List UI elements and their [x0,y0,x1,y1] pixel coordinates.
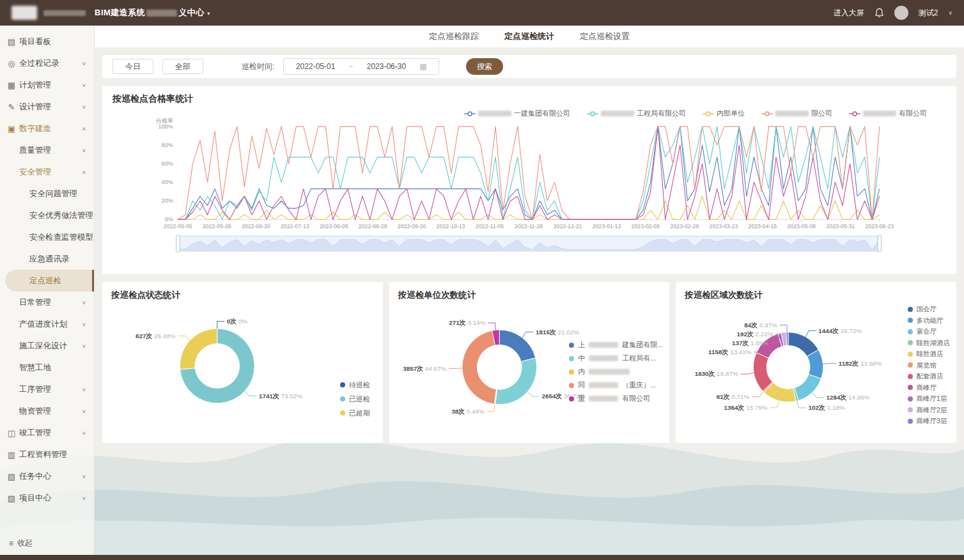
avatar[interactable] [894,6,908,20]
sidebar-item-5[interactable]: 质量管理∨ [0,139,94,161]
sidebar-item-18[interactable]: ◫竣工管理∨ [0,422,94,444]
enter-big-screen-link[interactable]: 进入大屏 [834,8,864,19]
sidebar-item-0[interactable]: ▤项目看板 [0,31,94,52]
date-start-value[interactable]: 2022-05-01 [296,62,335,71]
line-legend-item-4[interactable]: 有限公司 [849,109,927,118]
line-legend-item-2[interactable]: 内部单位 [703,109,745,118]
sidebar-collapse-button[interactable]: ≡ 收起 [9,538,33,548]
donut-legend-item-1[interactable]: 已巡检 [340,392,370,406]
donut-legend-item-8[interactable]: 商峰厅1层 [908,393,951,405]
tab-0[interactable]: 定点巡检跟踪 [428,31,480,42]
datazoom-handle-right[interactable] [878,235,882,252]
plan-icon: ▦ [6,81,17,90]
sidebar-item-12[interactable]: 日常管理∨ [0,292,94,313]
line-legend-marker-icon [703,111,714,117]
donut-slice-2[interactable] [180,329,217,369]
donut-legend-item-7[interactable]: 商峰厅 [908,382,951,394]
donut-slice-2[interactable] [795,375,821,401]
sidebar-item-13[interactable]: 产值进度计划∨ [0,313,94,335]
sidebar-item-3[interactable]: ✎设计管理∨ [0,96,94,118]
sidebar-item-10[interactable]: 应急通讯录 [0,248,94,270]
datazoom-handle-left[interactable] [176,235,180,252]
donut-legend-item-1[interactable]: 多功能厅 [908,315,951,327]
date-range-picker[interactable]: 2022-05-01 ~ 2023-06-30 ▦ [283,58,439,75]
redacted-slogan [43,10,86,16]
redacted-text [589,342,618,348]
sidebar-item-16[interactable]: 工序管理∨ [0,378,94,400]
line-legend-item-1[interactable]: 工程局有限公司 [587,109,686,118]
pass-rate-line-chart[interactable]: 合格率0%20%40%60%80%100%2022-05-052022-05-2… [113,118,946,267]
sidebar-item-14[interactable]: 施工深化设计∨ [0,335,94,357]
sidebar-item-label: 定点巡检 [29,276,61,286]
all-button[interactable]: 全部 [162,59,203,74]
legend-label: （重庆）... [622,378,656,392]
donut-legend-item-4[interactable]: 重有限公司 [569,392,663,405]
svg-text:2023-04-15: 2023-04-15 [749,223,777,229]
line-legend-marker-icon [464,111,476,117]
units-donut-card: 按巡检单位次数统计 1815次 21.02%2654次 30.73%38次 0.… [389,282,670,443]
donut-legend-item-0[interactable]: 上建集团有限... [569,338,663,352]
donut-label-line [527,392,539,396]
donut-legend-item-2[interactable]: 宴会厅 [908,326,951,338]
donut-legend-item-0[interactable]: 待巡检 [340,378,370,392]
sidebar-item-21[interactable]: ▨项目中心∨ [0,487,94,509]
donut-legend-item-0[interactable]: 国会厅 [908,304,951,315]
units-donut-legend: 上建集团有限...中工程局有...内同（重庆）...重有限公司 [569,338,663,405]
donut-label-line [806,331,816,337]
sidebar-item-11[interactable]: 定点巡检 [5,270,94,292]
sidebar-item-6[interactable]: 安全管理∧ [0,161,94,183]
status-donut-chart[interactable]: 0次 0%1741次 73.52%627次 26.48% [111,301,374,429]
today-button[interactable]: 今日 [113,59,153,74]
sidebar-item-20[interactable]: ▧任务中心∨ [0,465,94,487]
tab-2[interactable]: 定点巡检设置 [579,31,631,42]
sidebar-item-7[interactable]: 安全问题管理 [0,183,94,205]
sidebar-item-label: 工程资料管理 [19,449,67,460]
bell-icon[interactable] [875,8,884,18]
donut-legend-item-2[interactable]: 内 [569,365,663,378]
donut-slice-3[interactable] [462,331,497,404]
svg-text:2023-06-23: 2023-06-23 [865,223,894,229]
svg-text:100%: 100% [159,123,174,130]
sidebar-item-15[interactable]: 智慧工地 [0,357,94,378]
sidebar-item-9[interactable]: 安全检查监管模型 [0,226,94,248]
line-legend-item-3[interactable]: 限公司 [761,109,832,118]
donut-legend-item-10[interactable]: 商峰厅3层 [908,416,951,427]
sidebar-item-2[interactable]: ▦计划管理∨ [0,74,94,96]
donut-legend-item-2[interactable]: 已超期 [340,406,370,420]
line-legend-marker-icon [587,111,598,117]
chevron-up-icon: ∧ [82,126,86,132]
sidebar-item-19[interactable]: ▥工程资料管理 [0,444,94,465]
date-end-value[interactable]: 2023-06-30 [367,62,406,71]
donut-slice-1[interactable] [495,358,536,405]
sidebar-item-label: 产值进度计划 [19,319,67,330]
tab-1[interactable]: 定点巡检统计 [503,31,556,42]
donut-legend-item-3[interactable]: 颐胜湖酒店 [908,338,951,349]
legend-dot-icon [569,343,574,348]
donut-legend-item-1[interactable]: 中工程局有... [569,352,663,365]
datazoom-slider[interactable] [176,235,882,252]
sidebar-item-1[interactable]: ◎全过程记录∨ [0,52,94,74]
legend-dot-icon [908,407,913,412]
legend-label: 多功能厅 [917,315,944,327]
sidebar-item-4[interactable]: ▣数字建造∧ [0,118,94,139]
user-menu-chevron-icon[interactable]: ∨ [948,10,952,16]
donut-legend-item-9[interactable]: 商峰厅2层 [908,405,951,416]
line-legend-item-0[interactable]: 一建集团有限公司 [464,109,570,118]
chevron-down-icon: ∨ [82,82,86,88]
donut-legend-item-4[interactable]: 颐胜酒店 [908,348,951,360]
search-button[interactable]: 搜索 [466,58,503,75]
svg-text:80%: 80% [162,142,173,148]
sidebar-item-17[interactable]: 物资管理∨ [0,400,94,422]
donut-label: 1741次 73.52% [259,393,302,400]
svg-text:2023-01-13: 2023-01-13 [593,223,621,229]
donut-legend-item-5[interactable]: 展览馆 [908,360,951,371]
donut-legend-item-6[interactable]: 配套酒店 [908,371,951,382]
app-title[interactable]: BIM建造系统义中心 ▾ [95,7,210,19]
svg-text:2022-09-20: 2022-09-20 [398,223,426,229]
username[interactable]: 测试2 [919,8,938,19]
donut-slice-0[interactable] [499,330,536,362]
chevron-down-icon: ∨ [82,408,86,414]
donut-legend-item-3[interactable]: 同（重庆）... [569,378,663,392]
legend-label: 宴会厅 [917,326,937,338]
sidebar-item-8[interactable]: 安全优秀做法管理 [0,205,94,226]
